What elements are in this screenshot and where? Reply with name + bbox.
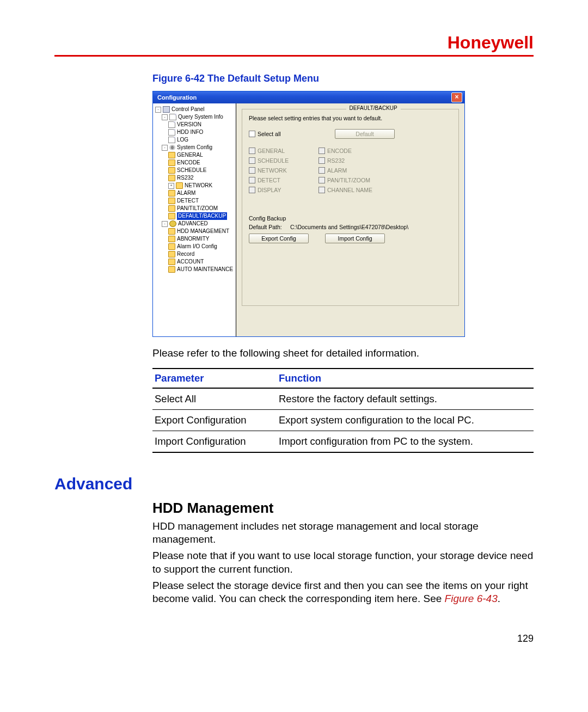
gear-icon bbox=[169, 145, 175, 150]
tree-item[interactable]: RS232 bbox=[177, 174, 194, 182]
dialog-title: Configuration bbox=[157, 94, 451, 101]
paragraph: HDD management includes net storage mana… bbox=[152, 520, 534, 547]
dialog-titlebar: Configuration × bbox=[153, 91, 464, 103]
default-backup-group: DEFAULT/BACKUP Please select setting ent… bbox=[242, 109, 459, 306]
default-button[interactable]: Default bbox=[335, 129, 395, 139]
tree-item[interactable]: HDD MANAGEMENT bbox=[177, 228, 229, 235]
page-header: Honeywell bbox=[54, 33, 534, 57]
checkbox-icon bbox=[249, 131, 255, 137]
opt-network[interactable]: NETWORK bbox=[249, 167, 318, 174]
table-row: Export Configuration Export system confi… bbox=[152, 409, 534, 431]
table-row: Import Configuration Import configuratio… bbox=[152, 431, 534, 452]
tree-group-sysconfig[interactable]: System Config bbox=[177, 144, 212, 151]
tree-item[interactable]: NETWORK bbox=[185, 182, 212, 189]
paragraph: Please select the storage device first a… bbox=[152, 579, 534, 606]
section-heading-hdd: HDD Management bbox=[152, 500, 534, 517]
tree-item[interactable]: HDD INFO bbox=[177, 128, 203, 136]
import-config-button[interactable]: Import Config bbox=[325, 234, 385, 243]
close-icon[interactable]: × bbox=[451, 93, 462, 102]
tree-item-selected[interactable]: DEFAULT/BACKUP bbox=[177, 212, 227, 220]
opt-alarm[interactable]: ALARM bbox=[318, 167, 388, 174]
table-row: Select All Restore the factory default s… bbox=[152, 388, 534, 410]
default-path-value: C:\Documents and Settings\E472078\Deskto… bbox=[290, 224, 452, 230]
opt-rs232[interactable]: RS232 bbox=[318, 157, 388, 164]
tree-item[interactable]: VERSION bbox=[177, 121, 201, 128]
tree-item[interactable]: ABNORMITY bbox=[177, 235, 209, 243]
instruction-text: Please select setting entries that you w… bbox=[249, 115, 452, 121]
figure-reference: Figure 6-43 bbox=[445, 593, 498, 604]
config-backup-label: Config Backup bbox=[249, 215, 452, 222]
opt-ptz[interactable]: PAN/TILT/ZOOM bbox=[318, 177, 388, 183]
parameter-table: Parameter Function Select All Restore th… bbox=[152, 368, 534, 453]
brand-logo: Honeywell bbox=[448, 33, 534, 53]
th-function: Function bbox=[277, 369, 534, 388]
opt-channel-name[interactable]: CHANNEL NAME bbox=[318, 187, 388, 193]
tree-item[interactable]: Alarm I/O Config bbox=[177, 243, 217, 250]
config-tree[interactable]: -Control Panel -Query System Info VERSIO… bbox=[153, 103, 236, 336]
opt-general[interactable]: GENERAL bbox=[249, 148, 318, 154]
tree-item[interactable]: ACCOUNT bbox=[177, 258, 204, 266]
doc-icon bbox=[169, 114, 176, 120]
tree-item[interactable]: ENCODE bbox=[177, 159, 200, 167]
panel-icon bbox=[163, 106, 170, 113]
tree-item[interactable]: ALARM bbox=[177, 189, 195, 197]
advanced-icon bbox=[169, 220, 176, 227]
tree-item[interactable]: PAN/TILT/ZOOM bbox=[177, 205, 218, 212]
tree-item[interactable]: GENERAL bbox=[177, 151, 203, 159]
tree-item[interactable]: SCHEDULE bbox=[177, 167, 206, 174]
paragraph: Please note that if you want to use loca… bbox=[152, 549, 534, 576]
page-number: 129 bbox=[152, 633, 534, 645]
th-parameter: Parameter bbox=[152, 369, 277, 388]
default-path-label: Default Path: bbox=[249, 224, 283, 230]
tree-root[interactable]: Control Panel bbox=[171, 106, 205, 113]
section-heading-advanced: Advanced bbox=[54, 475, 534, 493]
opt-display[interactable]: DISPLAY bbox=[249, 187, 318, 193]
tree-item[interactable]: AUTO MAINTENANCE bbox=[177, 266, 233, 273]
figure-caption: Figure 6-42 The Default Setup Menu bbox=[152, 73, 534, 84]
tree-item[interactable]: Record bbox=[177, 250, 194, 258]
tree-item[interactable]: DETECT bbox=[177, 197, 199, 205]
tree-group-advanced[interactable]: ADVANCED bbox=[178, 220, 208, 228]
tree-group-sysinfo[interactable]: Query System Info bbox=[178, 113, 223, 121]
opt-encode[interactable]: ENCODE bbox=[318, 148, 388, 154]
configuration-dialog: Configuration × -Control Panel -Query Sy… bbox=[152, 91, 465, 337]
settings-pane: DEFAULT/BACKUP Please select setting ent… bbox=[236, 103, 464, 336]
group-title: DEFAULT/BACKUP bbox=[346, 105, 401, 111]
export-config-button[interactable]: Export Config bbox=[249, 234, 309, 243]
tree-item[interactable]: LOG bbox=[177, 136, 188, 144]
select-all-checkbox[interactable]: Select all bbox=[249, 131, 318, 137]
opt-detect[interactable]: DETECT bbox=[249, 177, 318, 183]
intro-text: Please refer to the following sheet for … bbox=[152, 347, 534, 360]
opt-schedule[interactable]: SCHEDULE bbox=[249, 157, 318, 164]
